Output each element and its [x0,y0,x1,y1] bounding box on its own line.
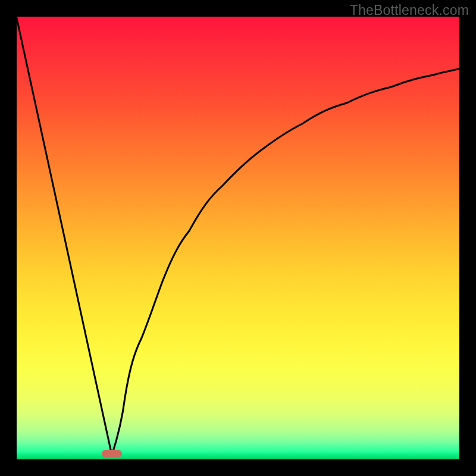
optimum-marker [102,450,122,458]
curve-right-branch [112,69,459,455]
plot-area [17,17,459,459]
watermark-text: TheBottleneck.com [350,2,469,18]
curve-left-branch [17,18,112,455]
bottleneck-curve [17,17,459,459]
